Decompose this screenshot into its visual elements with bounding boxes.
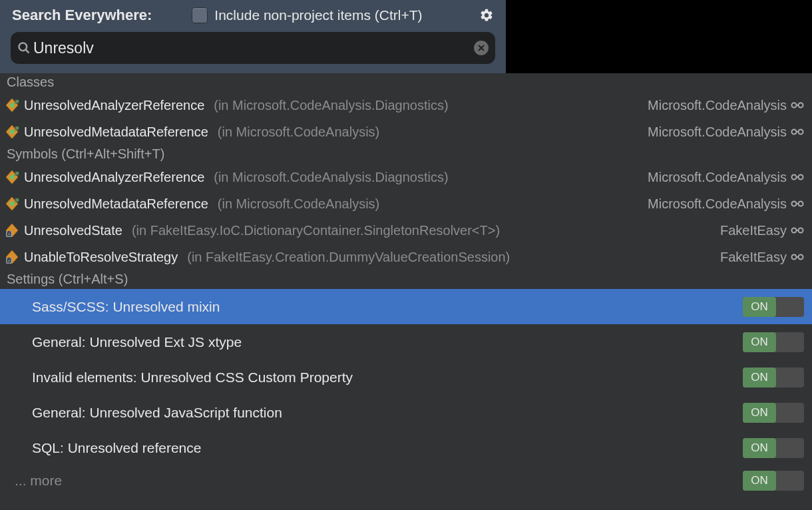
more-label: ... more: [15, 473, 743, 489]
toggle-state: ON: [743, 332, 776, 352]
toggle-state: ON: [743, 368, 776, 387]
svg-point-12: [799, 130, 803, 134]
result-meta: (in FakeItEasy.Creation.DummyValueCreati…: [187, 250, 510, 265]
class-icon: [4, 97, 20, 113]
svg-point-17: [799, 175, 803, 180]
search-box[interactable]: [11, 32, 495, 64]
setting-toggle[interactable]: ON: [743, 438, 804, 458]
setting-row[interactable]: Invalid elements: Unresolved CSS Custom …: [0, 360, 812, 395]
result-row[interactable]: UnableToResolveStrategy (in FakeItEasy.C…: [0, 244, 812, 270]
toggle-state: ON: [743, 403, 776, 423]
svg-point-5: [10, 103, 15, 108]
setting-label: General: Unresolved Ext JS xtype: [32, 334, 743, 350]
search-icon: [17, 41, 31, 55]
svg-line-1: [26, 50, 29, 53]
svg-point-6: [792, 103, 797, 108]
link-icon: [791, 172, 804, 182]
setting-label: SQL: Unresolved reference: [32, 440, 743, 456]
field-icon: [4, 222, 20, 238]
svg-rect-25: [6, 231, 12, 237]
setting-toggle[interactable]: ON: [743, 368, 804, 387]
popup-header: Search Everywhere: Include non-project i…: [0, 0, 506, 29]
class-icon: [4, 124, 20, 140]
result-assembly: Microsoft.CodeAnalysis: [648, 98, 787, 113]
svg-point-28: [799, 228, 803, 233]
svg-point-21: [792, 202, 797, 206]
toggle-state: ON: [743, 297, 776, 317]
result-row[interactable]: UnresolvedAnalyzerReference (in Microsof…: [0, 92, 812, 119]
result-assembly: Microsoft.CodeAnalysis: [648, 125, 787, 140]
svg-point-34: [799, 255, 803, 260]
link-icon: [791, 127, 804, 136]
svg-rect-31: [6, 258, 12, 264]
result-name: UnresolvedAnalyzerReference: [24, 170, 204, 185]
link-icon: [791, 199, 804, 208]
search-input[interactable]: [31, 39, 474, 57]
result-assembly: FakeItEasy: [720, 223, 787, 238]
toggle-state: ON: [743, 471, 776, 491]
result-meta: (in Microsoft.CodeAnalysis): [218, 196, 379, 212]
result-name: UnresolvedAnalyzerReference: [24, 98, 204, 113]
setting-label: General: Unresolved JavaScript function: [32, 405, 743, 421]
setting-row[interactable]: General: Unresolved JavaScript function …: [0, 395, 812, 430]
class-icon: [4, 196, 20, 212]
link-icon: [791, 226, 804, 235]
include-nonproject-wrap: Include non-project items (Ctrl+T): [192, 7, 439, 23]
svg-point-10: [10, 130, 15, 134]
setting-row[interactable]: General: Unresolved Ext JS xtype ON: [0, 324, 812, 360]
result-name: UnresolvedMetadataReference: [24, 125, 208, 140]
category-header-symbols: Symbols (Ctrl+Alt+Shift+T): [0, 145, 812, 164]
field-icon: [4, 249, 20, 265]
result-meta: (in Microsoft.CodeAnalysis.Diagnostics): [214, 98, 448, 113]
svg-point-27: [792, 228, 797, 233]
link-icon: [791, 101, 804, 110]
gear-icon[interactable]: [479, 8, 494, 23]
svg-point-15: [10, 175, 15, 180]
result-name: UnresolvedMetadataReference: [24, 196, 208, 212]
toggle-state: ON: [743, 438, 776, 458]
setting-toggle[interactable]: ON: [743, 403, 804, 423]
setting-row[interactable]: SQL: Unresolved reference ON: [0, 430, 812, 465]
search-row: [0, 29, 506, 73]
clear-button[interactable]: [474, 41, 489, 55]
setting-toggle[interactable]: ON: [743, 297, 804, 317]
class-icon: [4, 169, 20, 185]
svg-point-16: [792, 175, 797, 180]
more-row[interactable]: ... more ON: [0, 465, 812, 496]
results-panel: Classes UnresolvedAnalyzerReference (in …: [0, 73, 812, 510]
result-name: UnableToResolveStrategy: [24, 250, 178, 265]
include-nonproject-label: Include non-project items (Ctrl+T): [214, 7, 422, 23]
popup-title: Search Everywhere:: [12, 7, 152, 24]
result-row[interactable]: UnresolvedMetadataReference (in Microsof…: [0, 190, 812, 217]
svg-point-33: [792, 255, 797, 260]
result-name: UnresolvedState: [24, 223, 122, 238]
link-icon: [791, 252, 804, 262]
svg-point-20: [10, 202, 15, 206]
result-meta: (in Microsoft.CodeAnalysis.Diagnostics): [214, 170, 448, 185]
result-meta: (in FakeItEasy.IoC.DictionaryContainer.S…: [132, 223, 500, 238]
svg-point-7: [799, 103, 803, 108]
setting-label: Invalid elements: Unresolved CSS Custom …: [32, 370, 743, 385]
category-header-settings: Settings (Ctrl+Alt+S): [0, 270, 812, 289]
svg-point-22: [799, 202, 803, 206]
result-row[interactable]: UnresolvedState (in FakeItEasy.IoC.Dicti…: [0, 217, 812, 244]
category-header-classes: Classes: [0, 73, 812, 92]
result-meta: (in Microsoft.CodeAnalysis): [218, 125, 379, 140]
setting-toggle[interactable]: ON: [743, 471, 804, 491]
svg-point-11: [792, 130, 797, 134]
setting-label: Sass/SCSS: Unresolved mixin: [32, 299, 743, 315]
result-assembly: Microsoft.CodeAnalysis: [648, 196, 787, 212]
svg-point-0: [19, 43, 27, 51]
search-everywhere-popup: Search Everywhere: Include non-project i…: [0, 0, 812, 510]
setting-row[interactable]: Sass/SCSS: Unresolved mixin ON: [0, 289, 812, 324]
result-assembly: FakeItEasy: [720, 250, 787, 265]
include-nonproject-checkbox[interactable]: [192, 7, 208, 23]
result-row[interactable]: UnresolvedMetadataReference (in Microsof…: [0, 119, 812, 145]
result-assembly: Microsoft.CodeAnalysis: [648, 170, 787, 185]
setting-toggle[interactable]: ON: [743, 332, 804, 352]
result-row[interactable]: UnresolvedAnalyzerReference (in Microsof…: [0, 164, 812, 190]
